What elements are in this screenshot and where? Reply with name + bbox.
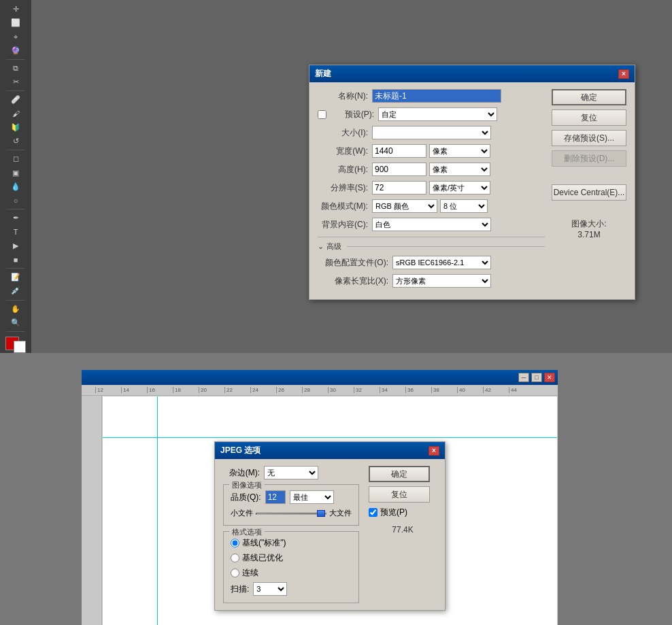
quick-select-tool[interactable]: 🔮 bbox=[7, 44, 24, 57]
progressive-radio[interactable] bbox=[231, 569, 239, 577]
device-central-button[interactable]: Device Central(E)... bbox=[552, 184, 626, 201]
matte-select[interactable]: 无 bbox=[264, 466, 318, 479]
size-select[interactable] bbox=[372, 126, 491, 139]
jpeg-top-section: 杂边(M): 无 图像选项 品质(Q): bbox=[223, 466, 437, 603]
quality-slider-row: 小文件 大文件 bbox=[231, 508, 352, 518]
ruler-mark: 38 bbox=[431, 387, 457, 393]
resolution-label: 分辨率(S): bbox=[318, 182, 372, 194]
preset-label: 预设(P): bbox=[329, 109, 378, 120]
jpeg-reset-button[interactable]: 复位 bbox=[369, 486, 430, 503]
ok-button[interactable]: 确定 bbox=[552, 89, 626, 105]
path-select-tool[interactable]: ▶ bbox=[7, 239, 24, 252]
advanced-section: ⌄ 高级 颜色配置文件(O): sRGB IEC61966-2.1 像素长宽比(… bbox=[318, 237, 545, 288]
background-color[interactable] bbox=[14, 341, 26, 353]
color-profile-select[interactable]: sRGB IEC61966-2.1 bbox=[392, 256, 491, 269]
pixel-ratio-label: 像素长宽比(X): bbox=[318, 275, 392, 287]
reset-button[interactable]: 复位 bbox=[552, 109, 626, 126]
type-tool[interactable]: T bbox=[7, 225, 24, 238]
jpeg-ok-button[interactable]: 确定 bbox=[369, 466, 430, 482]
hand-tool[interactable]: ✋ bbox=[7, 302, 24, 315]
image-options-group: 图像选项 品质(Q): 最佳 小文件 bbox=[223, 484, 359, 526]
quality-input[interactable] bbox=[265, 490, 286, 504]
ruler-mark: 36 bbox=[405, 387, 431, 393]
new-document-dialog: 新建 × 名称(N): 预设(P): 自定 bbox=[309, 65, 635, 300]
zoom-tool[interactable]: 🔍 bbox=[7, 316, 24, 329]
lasso-tool[interactable]: ⌖ bbox=[7, 31, 24, 44]
dialog-buttons: 确定 复位 存储预设(S)... 删除预设(D)... Device Centr… bbox=[552, 89, 626, 292]
quality-slider[interactable] bbox=[256, 509, 326, 518]
image-info: 图像大小: 3.71M bbox=[552, 218, 626, 239]
advanced-title: ⌄ 高级 bbox=[318, 241, 545, 252]
shape-tool[interactable]: ■ bbox=[7, 253, 24, 266]
scan-select[interactable]: 3 bbox=[253, 582, 287, 596]
preset-checkbox[interactable] bbox=[318, 110, 326, 119]
save-preset-button[interactable]: 存储预设(S)... bbox=[552, 130, 626, 146]
eraser-tool[interactable]: ◻ bbox=[7, 152, 24, 165]
dialog-body: 名称(N): 预设(P): 自定 大小(I): bbox=[309, 82, 635, 299]
bottom-area: ─ □ ✕ 12 14 16 18 20 22 24 26 28 30 32 3… bbox=[0, 353, 672, 625]
scan-label: 扫描: bbox=[231, 584, 249, 595]
separator2 bbox=[6, 90, 25, 91]
height-input[interactable] bbox=[372, 163, 426, 176]
notes-tool[interactable]: 📝 bbox=[7, 271, 24, 284]
bit-depth-select[interactable]: 8 位 bbox=[440, 199, 488, 213]
background-select[interactable]: 白色 bbox=[372, 218, 491, 231]
resolution-unit-select[interactable]: 像素/英寸 bbox=[429, 181, 490, 195]
dodge-tool[interactable]: ○ bbox=[7, 194, 24, 207]
image-info-label: 图像大小: bbox=[552, 218, 626, 230]
width-unit-select[interactable]: 像素 bbox=[429, 144, 490, 158]
color-mode-select[interactable]: RGB 颜色 bbox=[372, 199, 437, 213]
ruler-mark: 44 bbox=[509, 387, 535, 393]
vertical-guide bbox=[157, 396, 158, 625]
stamp-tool[interactable]: 🔰 bbox=[7, 121, 24, 134]
resolution-row: 分辨率(S): 像素/英寸 bbox=[318, 181, 545, 195]
pen-tool[interactable]: ✒ bbox=[7, 212, 24, 224]
quality-label: 品质(Q): bbox=[231, 492, 261, 503]
crop-tool[interactable]: ⧉ bbox=[7, 62, 24, 75]
blur-tool[interactable]: 💧 bbox=[7, 180, 24, 193]
color-mode-label: 颜色模式(M): bbox=[318, 201, 372, 212]
quality-preset-select[interactable]: 最佳 bbox=[290, 490, 334, 504]
jpeg-dialog-close-button[interactable]: × bbox=[429, 446, 439, 456]
width-input[interactable] bbox=[372, 144, 426, 158]
preset-select[interactable]: 自定 bbox=[378, 107, 497, 121]
separator7 bbox=[6, 331, 25, 332]
maximize-button[interactable]: □ bbox=[531, 373, 542, 382]
dialog-close-button[interactable]: × bbox=[618, 69, 629, 79]
pixel-ratio-select[interactable]: 方形像素 bbox=[392, 274, 491, 288]
marquee-tool[interactable]: ⬜ bbox=[7, 16, 24, 29]
minimize-button[interactable]: ─ bbox=[518, 373, 529, 382]
slider-thumb[interactable] bbox=[317, 510, 325, 517]
resolution-input[interactable] bbox=[372, 181, 426, 195]
slice-tool[interactable]: ✂ bbox=[7, 75, 24, 88]
baseline-standard-radio[interactable] bbox=[231, 539, 239, 547]
height-label: 高度(H): bbox=[318, 164, 372, 175]
close-button[interactable]: ✕ bbox=[544, 373, 555, 382]
background-row: 背景内容(C): 白色 bbox=[318, 218, 545, 231]
vertical-ruler bbox=[82, 396, 102, 625]
gradient-tool[interactable]: ▣ bbox=[7, 166, 24, 179]
ruler-mark: 20 bbox=[199, 387, 224, 393]
history-brush-tool[interactable]: ↺ bbox=[7, 135, 24, 148]
healing-tool[interactable]: 🩹 bbox=[7, 93, 24, 106]
ruler-marks: 12 14 16 18 20 22 24 26 28 30 32 34 36 3… bbox=[82, 387, 535, 393]
preview-check: 预览(P) bbox=[369, 507, 437, 518]
jpeg-options-dialog: JPEG 选项 × 杂边(M): 无 bbox=[214, 441, 446, 611]
ruler-mark: 30 bbox=[328, 387, 354, 393]
name-label: 名称(N): bbox=[318, 90, 372, 102]
matte-row: 杂边(M): 无 bbox=[223, 466, 359, 479]
color-picker[interactable] bbox=[5, 337, 26, 353]
dialog-form: 名称(N): 预设(P): 自定 大小(I): bbox=[318, 89, 545, 292]
width-label: 宽度(W): bbox=[318, 146, 372, 157]
separator1 bbox=[6, 59, 25, 60]
eyedropper-tool[interactable]: 💉 bbox=[7, 284, 24, 297]
preview-checkbox[interactable] bbox=[369, 508, 377, 517]
baseline-optimized-radio[interactable] bbox=[231, 554, 239, 562]
ruler-mark: 28 bbox=[302, 387, 328, 393]
move-tool[interactable]: ✛ bbox=[7, 3, 24, 16]
height-row: 高度(H): 像素 bbox=[318, 163, 545, 176]
brush-tool[interactable]: 🖌 bbox=[7, 107, 24, 120]
name-input[interactable] bbox=[372, 89, 501, 103]
file-size: 77.4K bbox=[369, 525, 437, 535]
height-unit-select[interactable]: 像素 bbox=[429, 163, 490, 176]
